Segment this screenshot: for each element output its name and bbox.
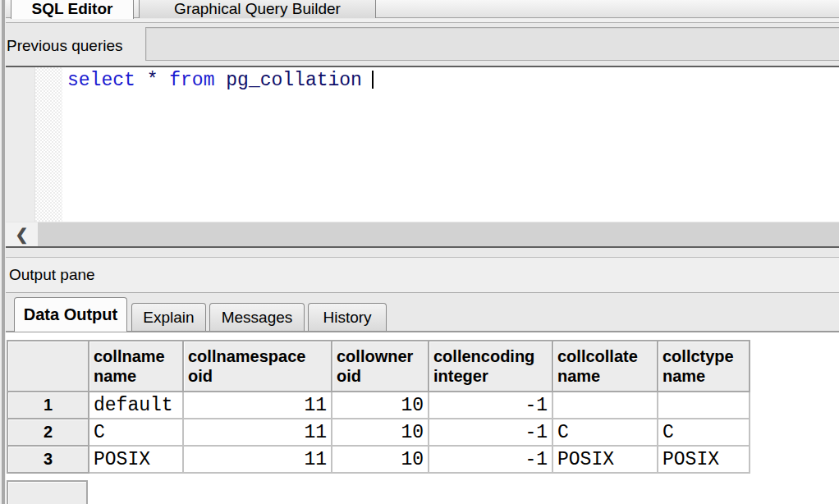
- column-name: collencoding: [433, 346, 548, 366]
- editor-code[interactable]: select * from pg_collation: [62, 67, 839, 222]
- cell-collname[interactable]: default: [89, 392, 183, 419]
- column-type: name: [557, 366, 653, 386]
- cell-collencoding[interactable]: -1: [429, 392, 552, 419]
- column-name: collname: [94, 346, 178, 366]
- cell-collencoding[interactable]: -1: [429, 446, 552, 473]
- tab-explain-label: Explain: [143, 309, 194, 327]
- column-header-collnamespace[interactable]: collnamespace oid: [183, 341, 332, 392]
- grid-header-row: collname name collnamespace oid collowne…: [7, 341, 750, 392]
- cell-collctype[interactable]: C: [658, 419, 750, 446]
- cell-collctype[interactable]: POSIX: [658, 446, 750, 473]
- column-type: oid: [188, 366, 327, 386]
- column-header-collcollate[interactable]: collcollate name: [552, 341, 658, 392]
- output-tabbar: Data Output Explain Messages History: [6, 294, 839, 332]
- row-label-3[interactable]: 3: [7, 446, 89, 473]
- column-header-collname[interactable]: collname name: [89, 341, 183, 392]
- column-name: collowner: [337, 346, 424, 366]
- cell-collowner[interactable]: 10: [332, 446, 429, 473]
- column-name: collctype: [662, 346, 745, 366]
- table-row: 2 C 11 10 -1 C C: [7, 419, 750, 446]
- window-left-frame: [0, 0, 6, 504]
- tab-history-label: History: [323, 309, 371, 327]
- tab-sql-editor[interactable]: SQL Editor: [11, 0, 134, 19]
- sql-editor-frame: select * from pg_collation ❮: [4, 66, 839, 248]
- output-pane-bar: Output pane: [6, 257, 839, 293]
- row-label-gutter: [7, 480, 88, 504]
- cell-collname[interactable]: C: [89, 419, 183, 446]
- sql-keyword-from: from: [169, 70, 214, 91]
- cell-collnamespace[interactable]: 11: [183, 392, 332, 419]
- query-tool-window: SQL Editor Graphical Query Builder Previ…: [0, 0, 839, 504]
- cell-collowner[interactable]: 10: [332, 392, 429, 419]
- editor-horizontal-scrollbar[interactable]: ❮: [6, 222, 839, 246]
- editor-fold-margin: [35, 67, 62, 222]
- column-name: collcollate: [557, 346, 653, 366]
- text-cursor: [372, 71, 374, 89]
- column-type: oid: [337, 366, 424, 386]
- table-row: 3 POSIX 11 10 -1 POSIX POSIX: [7, 446, 750, 473]
- sql-keyword-select: select: [67, 70, 135, 91]
- tab-history[interactable]: History: [308, 303, 387, 332]
- column-name: collnamespace: [188, 346, 327, 366]
- cell-collnamespace[interactable]: 11: [183, 419, 332, 446]
- column-type: name: [662, 366, 745, 386]
- previous-queries-combobox[interactable]: [145, 27, 839, 61]
- cell-collencoding[interactable]: -1: [429, 419, 552, 446]
- results-grid: collname name collnamespace oid collowne…: [7, 340, 750, 474]
- cell-collowner[interactable]: 10: [332, 419, 429, 446]
- tab-graphical-query-builder-label: Graphical Query Builder: [174, 0, 341, 18]
- sql-star-operator: *: [147, 70, 158, 91]
- cell-collcollate[interactable]: POSIX: [552, 446, 658, 473]
- cell-collname[interactable]: POSIX: [89, 446, 183, 473]
- tab-graphical-query-builder[interactable]: Graphical Query Builder: [139, 0, 376, 18]
- panel-top-edge: [6, 19, 839, 23]
- column-header-collowner[interactable]: collowner oid: [332, 341, 429, 392]
- cell-collcollate[interactable]: [552, 392, 658, 419]
- row-label-2[interactable]: 2: [7, 419, 89, 446]
- column-type: name: [94, 366, 178, 386]
- sql-editor-text-area[interactable]: select * from pg_collation: [6, 67, 839, 222]
- editor-line-margin: [6, 67, 35, 222]
- tab-messages[interactable]: Messages: [209, 303, 305, 332]
- row-label-1[interactable]: 1: [7, 392, 89, 419]
- scroll-left-icon: ❮: [16, 225, 29, 244]
- scrollbar-track[interactable]: [38, 222, 839, 246]
- sql-table-identifier: pg_collation: [226, 70, 362, 91]
- column-type: integer: [433, 366, 548, 386]
- cell-collcollate[interactable]: C: [552, 419, 658, 446]
- column-header-collctype[interactable]: collctype name: [658, 341, 750, 392]
- grid-corner-cell[interactable]: [7, 341, 89, 392]
- table-row: 1 default 11 10 -1: [7, 392, 750, 419]
- previous-queries-label: Previous queries: [7, 37, 123, 55]
- tab-messages-label: Messages: [222, 309, 293, 327]
- tab-explain[interactable]: Explain: [131, 303, 206, 332]
- data-output-grid-area: collname name collnamespace oid collowne…: [6, 332, 839, 504]
- tab-data-output[interactable]: Data Output: [14, 297, 127, 332]
- column-header-collencoding[interactable]: collencoding integer: [429, 341, 552, 392]
- cell-collnamespace[interactable]: 11: [183, 446, 332, 473]
- tab-data-output-label: Data Output: [24, 305, 117, 324]
- tab-sql-editor-label: SQL Editor: [32, 0, 113, 18]
- scroll-left-button[interactable]: ❮: [6, 222, 38, 246]
- cell-collctype[interactable]: [658, 392, 750, 419]
- output-pane-title: Output pane: [9, 266, 95, 284]
